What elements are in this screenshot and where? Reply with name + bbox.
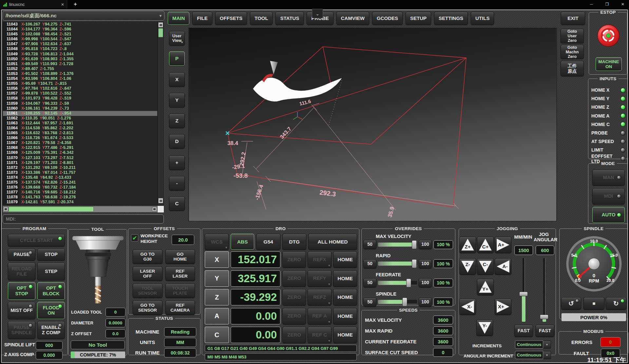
jog-angular-slider[interactable] [540,258,548,322]
scroll-right-button[interactable] [152,207,157,211]
tab-offsets[interactable]: OFFSETS [215,12,247,25]
step-button[interactable]: STEP [37,263,65,280]
dro-mode-g54[interactable]: G54 [256,234,280,250]
mode-button-mdi[interactable]: MDI [592,188,625,204]
gcode-line[interactable]: 11046X-99.998Y100.544Z-.547 [3,37,157,42]
workpiece-height-checkbox[interactable]: ✔ [131,234,138,242]
view-button-user-view[interactable]: User View▾ [169,31,185,46]
gcode-line[interactable]: 11045X-102.088Y98.454Z-.521 [3,32,157,37]
go-to-g30-button[interactable]: GO TOG30 [133,249,162,264]
go-to-sensor-button[interactable]: GO TOSENSOR [133,300,162,315]
dropdown-arrow-icon[interactable]: ▾ [543,340,551,349]
zero-y-button[interactable]: ZERO [282,270,306,287]
gcode-line[interactable]: 11061X-108.255Y92.145Z-.954 [3,111,157,116]
view-button-c[interactable]: C [169,196,185,211]
dro-mode-dtg[interactable]: DTG [282,234,306,250]
dropdown-arrow-icon[interactable]: ▾ [543,351,551,359]
slider-thumb[interactable] [406,279,411,287]
reload-file-button[interactable]: RELOAD FILE [8,263,35,280]
jog-y-plus-button[interactable]: Y+ [477,279,494,295]
gcode-line[interactable]: 11059X-104.067Y96.333Z-.59 [3,101,157,106]
go-home-button[interactable]: GOHOME [165,249,195,264]
view-button-y[interactable]: Y [169,93,185,107]
spindle-lift-value[interactable]: 000 [36,341,63,350]
override-max-button[interactable]: 100 [419,240,432,249]
mdi-input[interactable] [3,215,163,223]
mode-button-man[interactable]: MAN [592,170,625,186]
gcode-line[interactable]: 11057X-99.878Y100.522Z-.552 [3,91,157,96]
opt-stop-button[interactable]: OPT STOP [8,282,35,300]
goto-button-goto-user-zero[interactable]: GotoUserZero [561,29,584,43]
horizontal-scroll-thumb[interactable] [9,207,94,212]
mist-off-button[interactable]: MIST OFF [8,302,35,319]
flood-on-button[interactable]: FLOOD ON [37,302,65,319]
gcode-line[interactable]: 11053X-91.502Y108.899Z-1.376 [3,71,157,76]
chevron-down-icon[interactable]: ⌄ [312,9,323,18]
exit-button[interactable]: EXIT [561,12,585,25]
view-button-plus[interactable]: + [169,155,185,170]
spindle-cw-button[interactable]: ↻ [606,297,626,310]
gcode-line[interactable]: 11078X-141.763Y58.638Z-19.276 [3,195,157,200]
tab-settings[interactable]: SETTINGS [434,12,468,25]
override-slider[interactable] [378,243,417,247]
mode-button-auto[interactable]: AUTO [592,207,625,223]
ref-z-button[interactable]: REFZ▾ [308,289,332,305]
gcode-line[interactable]: 11076X-139.668Y60.732Z-17.184 [3,185,157,190]
override-slider[interactable] [378,300,417,304]
override-slider[interactable] [378,262,417,266]
override-max-button[interactable]: 100 [419,278,432,287]
jog-c-plus-button[interactable]: C+ [477,237,494,253]
goto-button-goto-machine-zero[interactable]: GotoMachnZero [561,45,584,59]
gcode-line[interactable]: 11052X-89.407Z-1.755 [3,66,157,71]
tab-status[interactable]: STATUS [276,12,304,25]
window-close-button[interactable]: ✕ [618,1,628,8]
override-min-button[interactable]: 50 [363,240,376,249]
home-a-button[interactable]: HOME [333,308,357,324]
new-tab-button[interactable]: + [74,1,77,8]
gcode-line[interactable]: 11056X-97.784Y102.616Z-.647 [3,86,157,91]
workpiece-height-value[interactable]: 20.0 [172,235,194,245]
file-dropdown-icon[interactable]: ▾ [160,13,162,18]
view-button-z[interactable]: Z [169,114,185,128]
override-max-button[interactable]: 100 [419,259,432,268]
minimize-button[interactable]: ─ [586,1,596,8]
ref-laser-button[interactable]: REFLASER [165,266,195,281]
home-y-button[interactable]: HOME [333,270,357,287]
gcode-line[interactable]: 11071X-129.197Y71.203Z-8.801 [3,160,157,165]
gcode-line[interactable]: 11068X-122.915Y77.486Z-5.291 [3,145,157,150]
override-slider[interactable] [378,281,417,285]
tab-utils[interactable]: UTILS [471,12,494,25]
gcode-line[interactable]: 11050X-91.639Y108.903Z-1.355 [3,57,157,62]
gcode-list[interactable]: 11043X-106.267Y94.275Z-.74111044X-104.17… [3,22,158,205]
spindle-ccw-button[interactable]: ↺ [561,297,581,310]
gcode-line[interactable]: 11060X-106.161Y94.239Z-.73 [3,106,157,111]
jog-linear-fast-button[interactable]: FAST [514,325,533,337]
cycle-start-button[interactable]: CYCLE START [8,234,65,246]
gcode-line[interactable]: 11047X-97.908Y102.634Z-.637 [3,42,157,46]
file-path-bar[interactable]: /home/sd/桌面/666.nc ▾ [3,11,164,21]
zero-c-button[interactable]: ZERO [282,327,306,343]
gcode-line[interactable]: 11043X-106.267Y94.275Z-.741 [3,22,157,27]
tab-main[interactable]: MAIN [168,12,189,25]
zero-a-button[interactable]: ZERO [282,308,306,324]
gcode-line[interactable]: 11055X-95.69Y104.71Z-.815 [3,81,157,86]
gcode-line[interactable]: 11075X-137.574Y62.826Z-15.241 [3,180,157,185]
gcode-line[interactable]: 11079X-142.81Y57.591Z-20.374 [3,200,157,205]
gcode-line[interactable]: 11049X-93.728Y106.813Z-1.044 [3,52,157,57]
machine-on-button[interactable]: MACHINE ON [596,57,622,71]
stop-button[interactable]: STOP [37,248,65,261]
pause-spindle-button[interactable]: PAUSE SPINDLE [8,321,35,339]
view-button-x[interactable]: X [169,72,185,87]
ref-x-button[interactable]: REFX▾ [308,251,332,268]
gcode-line[interactable]: 11074X-135.48Y64.92Z-13.433 [3,175,157,180]
scroll-down-button[interactable] [158,198,163,203]
mdi-entry[interactable] [3,214,164,224]
gcode-line[interactable]: 11054X-93.596Y106.804Z-1.06 [3,76,157,81]
gcode-line[interactable]: 11066X-118.726Y81.674Z-3.533 [3,136,157,140]
scroll-up-button[interactable] [158,22,163,27]
tab-close-icon[interactable]: ✕ [61,2,64,7]
home-x-button[interactable]: HOME [333,251,357,268]
jog-z-plus-button[interactable]: Z+ [459,237,476,253]
jog-y-minus-button[interactable]: Y- [476,319,493,336]
jog-linear-rate[interactable]: 1500 [514,246,533,255]
